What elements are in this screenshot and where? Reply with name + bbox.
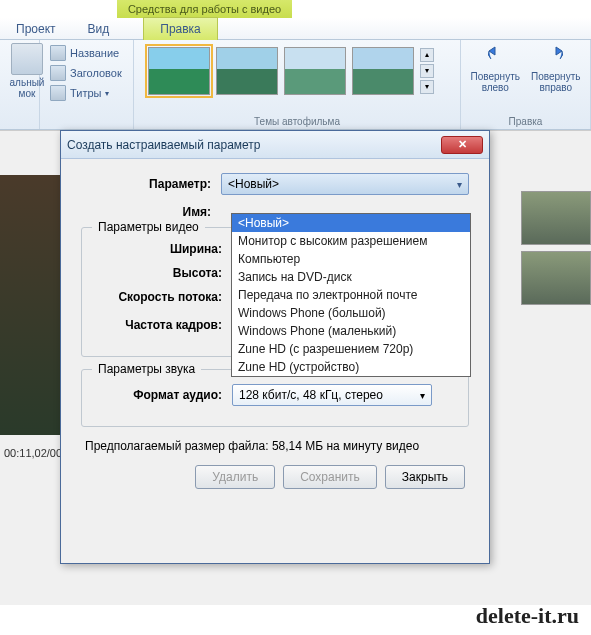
param-label: Параметр: [81, 177, 221, 191]
rotate-left-icon [483, 43, 507, 67]
fps-label: Частота кадров: [92, 318, 232, 332]
theme-thumb-3[interactable] [284, 47, 346, 95]
name-button[interactable]: Название [46, 43, 127, 63]
name-label: Имя: [81, 205, 221, 219]
titles-button[interactable]: Титры▾ [46, 83, 127, 103]
audio-fieldset: Параметры звука Формат аудио: 128 кбит/с… [81, 369, 469, 427]
storyboard-thumb-2[interactable] [521, 251, 591, 305]
close-icon[interactable]: ✕ [441, 136, 483, 154]
delete-button[interactable]: Удалить [195, 465, 275, 489]
theme-gallery-arrows[interactable]: ▴▾▾ [420, 48, 434, 94]
video-legend: Параметры видео [92, 220, 205, 234]
timecode: 00:11,02/00: [0, 445, 69, 461]
tab-project[interactable]: Проект [0, 18, 72, 40]
rotate-left-button[interactable]: Повернуть влево [467, 43, 524, 93]
close-button[interactable]: Закрыть [385, 465, 465, 489]
chevron-down-icon: ▾ [105, 89, 109, 98]
dialog-title: Создать настраиваемый параметр [67, 138, 441, 152]
param-dropdown-list: <Новый>Монитор с высоким разрешениемКомп… [231, 213, 471, 377]
dropdown-item[interactable]: Zune HD (устройство) [232, 358, 470, 376]
video-preview [0, 175, 64, 435]
name-icon [50, 45, 66, 61]
dropdown-item[interactable]: Запись на DVD-диск [232, 268, 470, 286]
header-button[interactable]: Заголовок [46, 63, 127, 83]
ribbon-context-tab[interactable]: Средства для работы с видео [117, 0, 292, 18]
titles-icon [50, 85, 66, 101]
edit-group-label: Правка [461, 116, 590, 127]
header-icon [50, 65, 66, 81]
theme-thumb-4[interactable] [352, 47, 414, 95]
dialog-titlebar: Создать настраиваемый параметр ✕ [61, 131, 489, 159]
theme-thumb-1[interactable] [148, 47, 210, 95]
dropdown-item[interactable]: Компьютер [232, 250, 470, 268]
tab-edit[interactable]: Правка [143, 17, 218, 40]
dropdown-item[interactable]: Windows Phone (большой) [232, 304, 470, 322]
dropdown-item[interactable]: Передача по электронной почте [232, 286, 470, 304]
rotate-right-icon [544, 43, 568, 67]
audio-legend: Параметры звука [92, 362, 201, 376]
snapshot-icon [11, 43, 43, 75]
save-button[interactable]: Сохранить [283, 465, 377, 489]
ribbon: альный мок Название Заголовок Титры▾ ▴▾▾… [0, 40, 591, 130]
dropdown-item[interactable]: <Новый> [232, 214, 470, 232]
storyboard-thumb-1[interactable] [521, 191, 591, 245]
file-size-estimate: Предполагаемый размер файла: 58,14 МБ на… [85, 439, 465, 453]
rotate-right-button[interactable]: Повернуть вправо [528, 43, 585, 93]
watermark: delete-it.ru [476, 603, 579, 629]
width-label: Ширина: [92, 242, 232, 256]
ribbon-tabs: Проект Вид Правка [0, 18, 591, 40]
dropdown-item[interactable]: Монитор с высоким разрешением [232, 232, 470, 250]
theme-thumb-2[interactable] [216, 47, 278, 95]
audio-combo[interactable]: 128 кбит/с, 48 кГц, стерео [232, 384, 432, 406]
themes-group-label: Темы автофильма [134, 116, 460, 127]
height-label: Высота: [92, 266, 232, 280]
custom-param-dialog: Создать настраиваемый параметр ✕ Парамет… [60, 130, 490, 564]
dropdown-item[interactable]: Windows Phone (маленький) [232, 322, 470, 340]
param-combo[interactable]: <Новый> [221, 173, 469, 195]
tab-view[interactable]: Вид [72, 18, 126, 40]
dropdown-item[interactable]: Zune HD (с разрешением 720p) [232, 340, 470, 358]
bitrate-label: Скорость потока: [92, 290, 232, 304]
audio-label: Формат аудио: [92, 388, 232, 402]
